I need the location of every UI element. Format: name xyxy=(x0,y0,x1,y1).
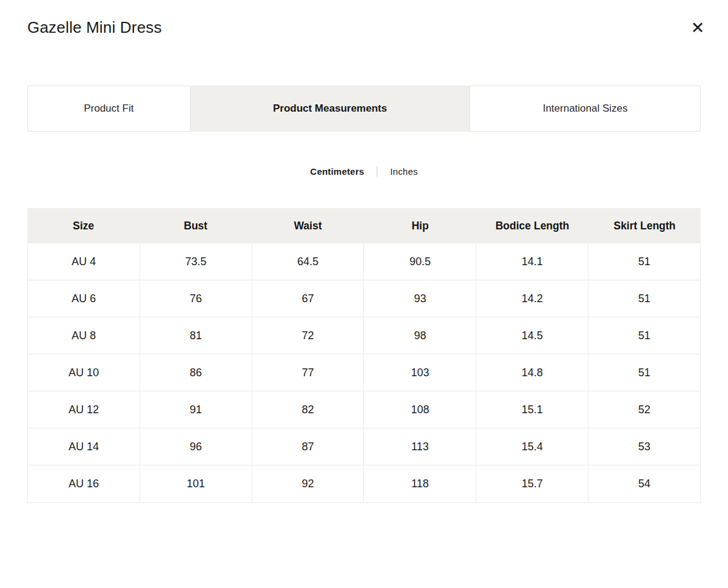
measurement-cell: 81 xyxy=(140,317,252,354)
measurement-cell: 86 xyxy=(140,354,252,391)
column-header: Bodice Length xyxy=(476,208,588,243)
table-row: AU 161019211815.754 xyxy=(28,465,700,502)
size-table-header-row: SizeBustWaistHipBodice LengthSkirt Lengt… xyxy=(27,208,701,243)
column-header: Bust xyxy=(140,208,252,243)
measurement-cell: 90.5 xyxy=(364,243,476,280)
table-row: AU 473.564.590.514.151 xyxy=(28,243,700,280)
measurement-cell: 118 xyxy=(364,465,476,502)
measurement-cell: 91 xyxy=(140,391,252,428)
table-row: AU 14968711315.453 xyxy=(28,428,700,465)
size-cell: AU 4 xyxy=(28,243,140,280)
size-cell: AU 6 xyxy=(28,280,140,317)
measurement-cell: 92 xyxy=(252,465,365,502)
size-cell: AU 14 xyxy=(28,428,140,465)
measurement-cell: 87 xyxy=(252,428,365,465)
size-cell: AU 12 xyxy=(28,391,140,428)
measurement-cell: 64.5 xyxy=(252,243,365,280)
measurement-cell: 73.5 xyxy=(140,243,252,280)
tab-product-fit[interactable]: Product Fit xyxy=(27,86,190,132)
size-cell: AU 10 xyxy=(28,354,140,391)
table-row: AU 12918210815.152 xyxy=(28,391,700,428)
product-title: Gazelle Mini Dress xyxy=(27,18,701,37)
table-row: AU 676679314.251 xyxy=(28,280,700,317)
measurement-cell: 15.7 xyxy=(476,465,588,502)
unit-option-inches[interactable]: Inches xyxy=(390,166,417,177)
measurement-cell: 67 xyxy=(252,280,365,317)
measurement-cell: 15.4 xyxy=(476,428,588,465)
measurement-cell: 14.5 xyxy=(476,317,588,354)
measurement-cell: 51 xyxy=(588,317,700,354)
size-table-body: AU 473.564.590.514.151AU 676679314.251AU… xyxy=(27,243,701,503)
measurement-cell: 77 xyxy=(252,354,365,391)
measurement-cell: 76 xyxy=(140,280,252,317)
tab-product-measurements[interactable]: Product Measurements xyxy=(190,86,470,132)
measurement-cell: 14.8 xyxy=(476,354,588,391)
modal-header: Gazelle Mini Dress ✕ xyxy=(27,0,701,37)
tab-international-sizes[interactable]: International Sizes xyxy=(470,86,701,132)
unit-toggle: Centimeters Inches xyxy=(27,166,701,177)
column-header: Skirt Length xyxy=(588,208,701,243)
measurement-cell: 103 xyxy=(364,354,476,391)
tab-bar: Product Fit Product Measurements Interna… xyxy=(27,86,701,132)
measurement-cell: 54 xyxy=(588,465,700,502)
unit-toggle-divider xyxy=(377,166,377,177)
measurement-cell: 113 xyxy=(364,428,476,465)
measurement-cell: 93 xyxy=(364,280,476,317)
measurement-cell: 53 xyxy=(588,428,700,465)
table-row: AU 10867710314.851 xyxy=(28,354,700,391)
size-cell: AU 8 xyxy=(28,317,140,354)
measurement-cell: 98 xyxy=(364,317,476,354)
measurement-cell: 14.1 xyxy=(476,243,588,280)
measurement-cell: 51 xyxy=(588,243,700,280)
measurement-cell: 108 xyxy=(364,391,476,428)
table-row: AU 881729814.551 xyxy=(28,317,700,354)
measurement-cell: 52 xyxy=(588,391,700,428)
column-header: Hip xyxy=(364,208,476,243)
size-cell: AU 16 xyxy=(28,465,140,502)
size-table: SizeBustWaistHipBodice LengthSkirt Lengt… xyxy=(27,208,701,503)
close-icon[interactable]: ✕ xyxy=(686,16,710,40)
column-header: Size xyxy=(27,208,140,243)
measurement-cell: 14.2 xyxy=(476,280,588,317)
measurement-cell: 51 xyxy=(588,354,700,391)
column-header: Waist xyxy=(252,208,364,243)
unit-option-centimeters[interactable]: Centimeters xyxy=(310,166,364,177)
measurement-cell: 51 xyxy=(588,280,700,317)
measurement-cell: 15.1 xyxy=(476,391,588,428)
measurement-cell: 72 xyxy=(252,317,365,354)
measurement-cell: 82 xyxy=(252,391,365,428)
measurement-cell: 101 xyxy=(140,465,252,502)
measurement-cell: 96 xyxy=(140,428,252,465)
size-guide-modal: Gazelle Mini Dress ✕ Product Fit Product… xyxy=(0,0,728,588)
